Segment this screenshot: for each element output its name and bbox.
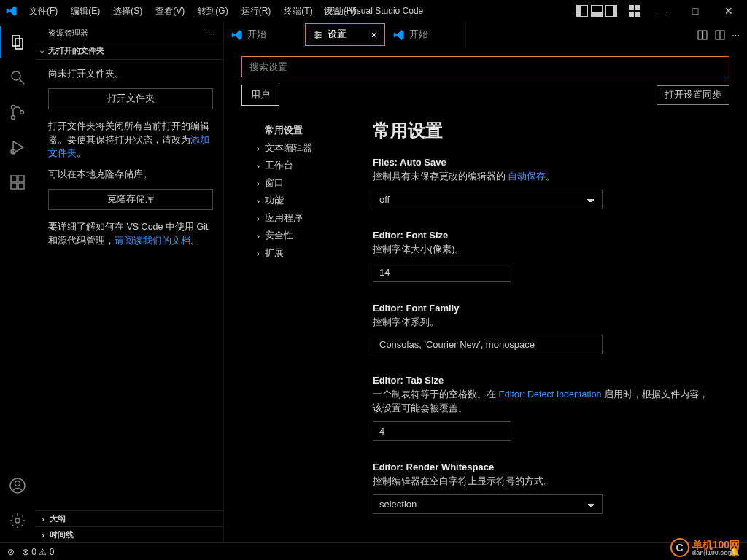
window-maximize-button[interactable]: □ — [678, 0, 712, 22]
chevron-down-icon: ⌄ — [38, 46, 45, 55]
menu-edit[interactable]: 编辑(E) — [65, 2, 106, 20]
menu-select[interactable]: 选择(S) — [107, 2, 148, 20]
whitespace-select[interactable]: selection — [373, 494, 603, 514]
window-minimize-button[interactable]: — — [645, 0, 678, 22]
split-editor-icon[interactable] — [714, 29, 726, 41]
toggle-panel-icon[interactable] — [591, 5, 603, 17]
files-icon — [9, 34, 26, 51]
fontfamily-description: 控制字体系列。 — [373, 316, 715, 330]
activity-source-control[interactable] — [0, 96, 35, 128]
sidebar-section-no-folder[interactable]: ⌄ 无打开的文件夹 — [35, 42, 223, 60]
detect-indentation-link[interactable]: Editor: Detect Indentation — [498, 389, 601, 400]
svg-point-5 — [12, 116, 15, 120]
autosave-select[interactable]: off — [373, 190, 603, 209]
menu-terminal[interactable]: 终端(T) — [278, 2, 318, 20]
nav-window[interactable]: ›窗口 — [241, 174, 351, 192]
fontsize-label: Editor: Font Size — [373, 230, 715, 241]
gear-icon — [9, 512, 26, 529]
settings-scope-user[interactable]: 用户 — [241, 85, 279, 106]
tab-more-actions[interactable]: ··· — [732, 29, 740, 40]
nav-security[interactable]: ›安全性 — [241, 227, 351, 244]
autosave-description: 控制具有未保存更改的编辑器的 自动保存。 — [373, 170, 715, 184]
sidebar-title: 资源管理器 — [48, 28, 88, 39]
settings-heading: 常用设置 — [373, 119, 715, 142]
menu-view[interactable]: 查看(V) — [150, 2, 190, 20]
tab-start-1[interactable]: 开始 — [224, 22, 304, 47]
sidebar-outline-section[interactable]: › 大纲 — [35, 510, 223, 526]
svg-rect-9 — [11, 183, 17, 189]
svg-point-6 — [20, 111, 24, 114]
nav-common[interactable]: 常用设置 — [241, 122, 351, 139]
open-folder-description: 打开文件夹将关闭所有当前打开的编辑器。要使其保持打开状态，请改为添加文件夹。 — [48, 120, 213, 160]
tabsize-label: Editor: Tab Size — [373, 375, 715, 386]
activity-manage[interactable] — [0, 505, 35, 537]
no-folder-text: 尚未打开文件夹。 — [48, 67, 213, 81]
toggle-secondary-sidebar-icon[interactable] — [605, 5, 617, 17]
nav-features[interactable]: ›功能 — [241, 192, 351, 209]
learn-more-text: 要详细了解如何在 VS Code 中使用 Git 和源代码管理，请阅读我们的文档… — [48, 220, 213, 248]
chevron-right-icon: › — [255, 213, 262, 224]
activity-search[interactable] — [0, 61, 35, 93]
window-close-button[interactable]: ✕ — [712, 0, 746, 22]
tab-start-2[interactable]: 开始 — [386, 22, 466, 47]
activity-accounts[interactable] — [0, 470, 35, 502]
customize-layout-icon[interactable] — [629, 5, 640, 17]
nav-application[interactable]: ›应用程序 — [241, 209, 351, 227]
fontsize-input[interactable] — [373, 262, 511, 282]
activity-extensions[interactable] — [0, 166, 35, 198]
settings-search-input[interactable] — [241, 56, 729, 77]
status-problems[interactable]: ⊗ 0 ⚠ 0 — [22, 547, 54, 557]
chevron-right-icon: › — [255, 143, 262, 154]
clone-repo-button[interactable]: 克隆存储库 — [48, 189, 213, 210]
sidebar-timeline-section[interactable]: › 时间线 — [35, 526, 223, 542]
open-settings-sync-button[interactable]: 打开设置同步 — [657, 85, 729, 105]
search-icon — [9, 69, 26, 86]
svg-rect-0 — [12, 36, 20, 46]
debug-icon — [9, 139, 26, 156]
chevron-right-icon: › — [255, 178, 262, 189]
svg-point-19 — [319, 34, 320, 35]
open-folder-button[interactable]: 打开文件夹 — [48, 88, 213, 109]
tabsize-input[interactable] — [373, 421, 511, 441]
nav-text-editor[interactable]: ›文本编辑器 — [241, 139, 351, 157]
close-tab-button[interactable]: × — [371, 29, 377, 41]
status-remote-icon[interactable]: ⊘ — [7, 547, 15, 557]
read-docs-link[interactable]: 请阅读我们的文档 — [115, 236, 190, 246]
chevron-right-icon: › — [39, 531, 47, 540]
activity-explorer[interactable] — [0, 26, 35, 58]
fontfamily-label: Editor: Font Family — [373, 303, 715, 314]
status-notifications-icon[interactable]: 🔔 — [729, 547, 740, 557]
vscode-icon — [231, 29, 243, 41]
chevron-right-icon: › — [39, 515, 47, 524]
tab-settings[interactable]: 设置 × — [305, 23, 385, 46]
svg-rect-22 — [703, 31, 707, 39]
open-changes-icon[interactable] — [697, 29, 708, 41]
chevron-right-icon: › — [255, 160, 262, 171]
fontfamily-input[interactable] — [373, 335, 603, 354]
tabsize-description: 一个制表符等于的空格数。在 Editor: Detect Indentation… — [373, 388, 715, 416]
svg-point-14 — [15, 518, 20, 523]
menu-go[interactable]: 转到(G) — [192, 2, 233, 20]
menu-run[interactable]: 运行(R) — [236, 2, 277, 20]
vscode-icon — [393, 29, 405, 41]
chevron-right-icon: › — [255, 248, 262, 259]
svg-rect-21 — [698, 31, 702, 39]
clone-description: 可以在本地克隆存储库。 — [48, 168, 213, 182]
svg-line-3 — [20, 79, 24, 84]
account-icon — [9, 477, 26, 494]
toggle-primary-sidebar-icon[interactable] — [576, 5, 588, 17]
chevron-right-icon: › — [255, 230, 262, 241]
autosave-link[interactable]: 自动保存 — [508, 171, 546, 182]
nav-extensions[interactable]: ›扩展 — [241, 244, 351, 262]
activity-run-debug[interactable] — [0, 131, 35, 163]
source-control-icon — [9, 104, 26, 121]
sidebar-more-button[interactable]: ··· — [208, 29, 214, 38]
svg-rect-10 — [18, 183, 24, 189]
svg-point-20 — [316, 36, 317, 38]
nav-workbench[interactable]: ›工作台 — [241, 157, 351, 174]
menu-file[interactable]: 文件(F) — [23, 2, 63, 20]
whitespace-description: 控制编辑器在空白字符上显示符号的方式。 — [373, 475, 715, 489]
extensions-icon — [9, 174, 26, 191]
chevron-right-icon: › — [255, 195, 262, 206]
svg-rect-1 — [15, 39, 23, 49]
